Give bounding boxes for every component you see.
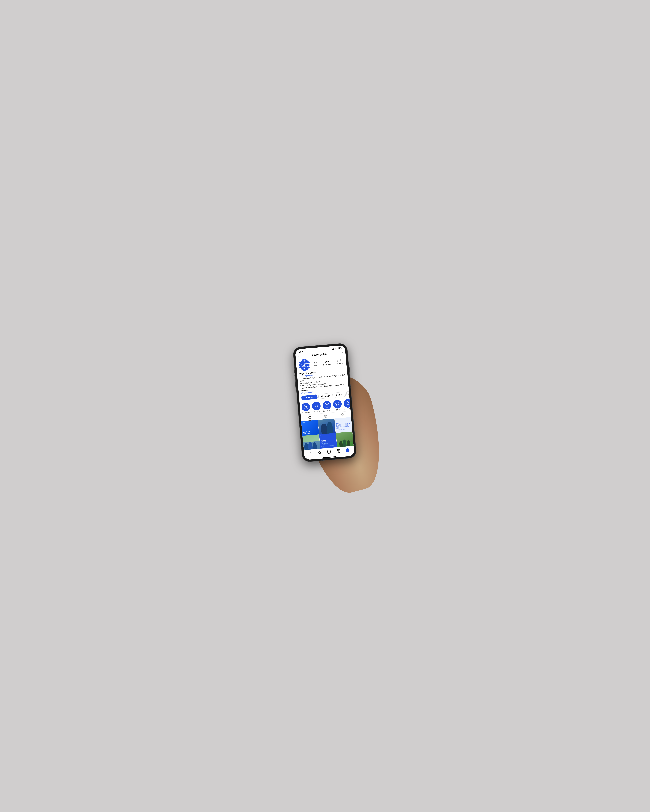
back-button[interactable]: ‹: [298, 354, 299, 358]
battery-icon: [338, 347, 342, 350]
status-time: 10:50: [298, 350, 304, 353]
profile-section: THE NORTHERN B B BOYS BRIGADE: [296, 354, 350, 403]
nav-home[interactable]: [307, 451, 314, 456]
phone-screen: 10:50 4G: [295, 345, 355, 460]
svg-rect-15: [308, 416, 309, 418]
link-icon: [301, 392, 303, 394]
highlight-circle-pray: [343, 399, 350, 408]
highlight-circle-22-23: [333, 400, 342, 409]
svg-point-23: [342, 414, 343, 415]
stat-posts[interactable]: 640 Posts: [314, 361, 318, 367]
reels-icon: [324, 414, 327, 418]
stats: 640 Posts 850 Followers 319 Following: [313, 359, 344, 367]
highlight-label-queens: Queen's Ba...: [323, 409, 332, 412]
highlight-label-bb-action: BB in Action: [303, 411, 310, 414]
svg-point-12: [324, 403, 329, 408]
svg-line-35: [336, 450, 340, 451]
svg-point-7: [349, 393, 350, 394]
phone-device: 10:50 4G: [293, 343, 357, 462]
highlight-label-ylt: YLT 2023: [314, 411, 320, 413]
svg-text:YLT: YLT: [315, 405, 318, 408]
nav-add[interactable]: [326, 449, 332, 454]
bio-line5: Kingdom: [301, 389, 307, 391]
svg-point-24: [342, 414, 343, 415]
highlight-ylt[interactable]: YLT YLT 2023: [312, 401, 321, 413]
grid-item-kids[interactable]: BBN↗: [303, 434, 320, 450]
tagged-icon: [341, 413, 344, 416]
highlight-circle-ylt: YLT: [312, 401, 321, 411]
nav-reels[interactable]: [335, 449, 342, 454]
profile-top: THE NORTHERN B B BOYS BRIGADE: [298, 356, 344, 371]
follow-button[interactable]: Follow: [301, 394, 318, 400]
posts-count: 640: [314, 361, 318, 364]
add-person-icon: [348, 392, 350, 395]
followers-label: Followers: [323, 363, 331, 366]
nav-notification-dot: [349, 451, 350, 452]
avatar: THE NORTHERN B B BOYS BRIGADE: [299, 359, 310, 371]
stat-followers[interactable]: 850 Followers: [323, 360, 331, 366]
ylt-icon: YLT: [314, 403, 320, 409]
posts-label: Posts: [314, 365, 318, 367]
following-label: Following: [336, 362, 343, 365]
home-icon: [308, 452, 312, 456]
nav-avatar: [346, 448, 350, 452]
grid-icon: [307, 416, 311, 419]
menu-button[interactable]: ···: [340, 351, 343, 354]
highlight-bb-action[interactable]: BB in Action: [301, 403, 310, 414]
nav-profile[interactable]: [344, 447, 351, 453]
scene: 10:50 4G: [281, 330, 369, 482]
highlight-pray[interactable]: Pray With Us: [343, 399, 350, 410]
bb-shield-icon: BB: [324, 402, 330, 408]
nav-search[interactable]: [317, 450, 323, 455]
profile-link-text: linktr.ee/bbni: [303, 391, 313, 394]
svg-rect-18: [310, 418, 311, 419]
svg-rect-17: [308, 418, 309, 419]
svg-line-30: [320, 453, 321, 454]
status-icons: 4G: [332, 347, 342, 350]
heart-hands-icon: [335, 401, 340, 407]
svg-line-22: [325, 415, 327, 416]
search-icon: [318, 451, 322, 455]
highlight-label-pray: Pray With Us: [344, 408, 350, 410]
gear-icon: [303, 404, 309, 410]
highlight-label-22-23: 22/23: [336, 409, 340, 411]
followers-count: 850: [323, 360, 330, 363]
highlight-queens[interactable]: BB Queen's Ba...: [322, 401, 332, 412]
network-type: 4G: [335, 348, 338, 350]
photo-grid: training CAPTAIN'STRAINING VIA ZOOM 13 M…: [301, 417, 353, 450]
add-icon: [327, 450, 331, 454]
phone-wrapper: 10:50 4G: [293, 343, 357, 462]
svg-point-29: [318, 451, 321, 453]
contact-button[interactable]: Contact: [333, 392, 346, 398]
message-button[interactable]: Message: [318, 393, 333, 399]
signal-bars: [332, 348, 335, 350]
svg-rect-16: [309, 416, 310, 417]
highlight-circle-queens: BB: [322, 401, 332, 410]
highlight-22-23[interactable]: 22/23: [333, 400, 342, 411]
svg-point-10: [305, 406, 307, 408]
reels-nav-icon: [336, 449, 340, 453]
following-count: 319: [335, 359, 343, 362]
avatar-wrapper: THE NORTHERN B B BOYS BRIGADE: [298, 359, 311, 371]
highlight-circle-bb-action: [301, 403, 310, 412]
stat-following[interactable]: 319 Following: [335, 359, 343, 365]
svg-text:BB: BB: [326, 404, 327, 405]
pray-hands-icon: [345, 400, 350, 406]
ig-username: boysbrigadeni: [312, 353, 327, 356]
